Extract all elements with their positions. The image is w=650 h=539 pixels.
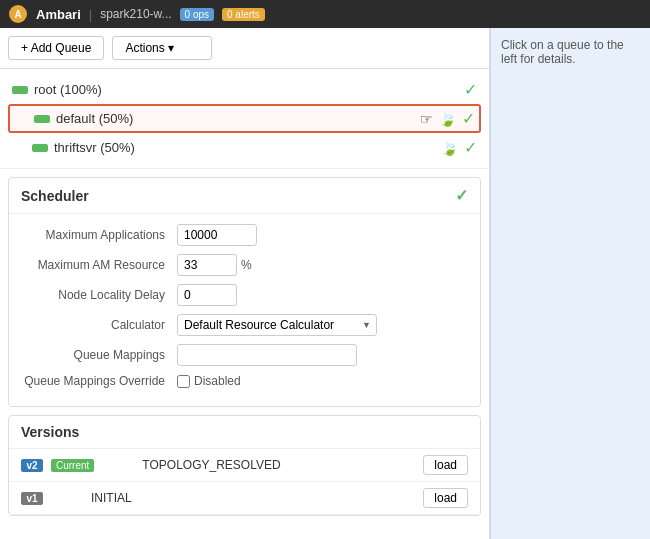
queue-item-thriftsvr[interactable]: thriftsvr (50%) 🍃 ✓ bbox=[8, 135, 481, 160]
queue-mappings-override-value: Disabled bbox=[194, 374, 241, 388]
scheduler-section: Scheduler ✓ Maximum Applications Maximum… bbox=[8, 177, 481, 407]
version-v1-badge: v1 bbox=[21, 492, 43, 505]
queue-mappings-input[interactable] bbox=[177, 344, 357, 366]
node-locality-label: Node Locality Delay bbox=[17, 288, 177, 302]
thriftsvr-check-icon: ✓ bbox=[464, 138, 477, 157]
root-check-icon: ✓ bbox=[464, 80, 477, 99]
queue-item-root[interactable]: root (100%) ✓ bbox=[8, 77, 481, 102]
thriftsvr-queue-label: thriftsvr (50%) bbox=[54, 140, 435, 155]
calculator-row: Calculator Default Resource Calculator bbox=[17, 314, 472, 336]
add-queue-button[interactable]: + Add Queue bbox=[8, 36, 104, 60]
queue-mappings-override-checkbox[interactable] bbox=[177, 375, 190, 388]
queue-mappings-override-row: Queue Mappings Override Disabled bbox=[17, 374, 472, 388]
queue-item-default[interactable]: default (50%) ☞ 🍃 ✓ bbox=[8, 104, 481, 133]
main-container: + Add Queue Actions ▾ root (100%) ✓ defa… bbox=[0, 28, 650, 539]
root-queue-indicator bbox=[12, 86, 28, 94]
queue-mappings-override-group: Disabled bbox=[177, 374, 241, 388]
default-queue-label: default (50%) bbox=[56, 111, 412, 126]
actions-button[interactable]: Actions ▾ bbox=[112, 36, 212, 60]
calculator-select[interactable]: Default Resource Calculator bbox=[177, 314, 377, 336]
version-v2-badge: v2 bbox=[21, 459, 43, 472]
toolbar: + Add Queue Actions ▾ bbox=[0, 28, 489, 69]
cursor-icon: ☞ bbox=[420, 111, 433, 127]
default-leaf-icon: 🍃 bbox=[439, 111, 456, 127]
left-panel: + Add Queue Actions ▾ root (100%) ✓ defa… bbox=[0, 28, 490, 539]
max-applications-label: Maximum Applications bbox=[17, 228, 177, 242]
calculator-select-wrapper: Default Resource Calculator bbox=[177, 314, 377, 336]
alerts-badge[interactable]: 0 alerts bbox=[222, 8, 265, 21]
version-v1-name: INITIAL bbox=[51, 491, 415, 505]
max-am-resource-label: Maximum AM Resource bbox=[17, 258, 177, 272]
max-am-resource-row: Maximum AM Resource % bbox=[17, 254, 472, 276]
queue-mappings-row: Queue Mappings bbox=[17, 344, 472, 366]
thriftsvr-leaf-icon: 🍃 bbox=[441, 140, 458, 156]
queue-mappings-label: Queue Mappings bbox=[17, 348, 177, 362]
root-queue-label: root (100%) bbox=[34, 82, 458, 97]
version-v2-load-button[interactable]: load bbox=[423, 455, 468, 475]
scheduler-header: Scheduler ✓ bbox=[9, 178, 480, 214]
node-locality-input[interactable] bbox=[177, 284, 237, 306]
default-queue-indicator bbox=[34, 115, 50, 123]
svg-text:A: A bbox=[14, 9, 21, 20]
scheduler-title: Scheduler bbox=[21, 188, 89, 204]
ambari-logo-icon: A bbox=[8, 4, 28, 24]
max-applications-row: Maximum Applications bbox=[17, 224, 472, 246]
navbar: A Ambari | spark210-w... 0 ops 0 alerts bbox=[0, 0, 650, 28]
max-applications-input[interactable] bbox=[177, 224, 257, 246]
right-panel-hint: Click on a queue to the left for details… bbox=[501, 38, 624, 66]
host-name: spark210-w... bbox=[100, 7, 171, 21]
right-panel: Click on a queue to the left for details… bbox=[490, 28, 650, 539]
queue-mappings-override-label: Queue Mappings Override bbox=[17, 374, 177, 388]
default-check-icon: ✓ bbox=[462, 109, 475, 128]
max-am-resource-input[interactable] bbox=[177, 254, 237, 276]
scheduler-body: Maximum Applications Maximum AM Resource… bbox=[9, 214, 480, 406]
version-v1-load-button[interactable]: load bbox=[423, 488, 468, 508]
version-v2-name: TOPOLOGY_RESOLVED bbox=[102, 458, 415, 472]
brand-name: Ambari bbox=[36, 7, 81, 22]
node-locality-row: Node Locality Delay bbox=[17, 284, 472, 306]
thriftsvr-queue-indicator bbox=[32, 144, 48, 152]
am-resource-unit: % bbox=[241, 258, 252, 272]
version-row-v2: v2 Current TOPOLOGY_RESOLVED load bbox=[9, 449, 480, 482]
calculator-label: Calculator bbox=[17, 318, 177, 332]
queue-list: root (100%) ✓ default (50%) ☞ 🍃 ✓ thrift… bbox=[0, 69, 489, 169]
ops-badge[interactable]: 0 ops bbox=[180, 8, 214, 21]
versions-header: Versions bbox=[9, 416, 480, 449]
versions-section: Versions v2 Current TOPOLOGY_RESOLVED lo… bbox=[8, 415, 481, 516]
version-current-badge: Current bbox=[51, 459, 94, 472]
version-row-v1: v1 INITIAL load bbox=[9, 482, 480, 515]
max-am-resource-group: % bbox=[177, 254, 252, 276]
scheduler-check-icon: ✓ bbox=[455, 186, 468, 205]
